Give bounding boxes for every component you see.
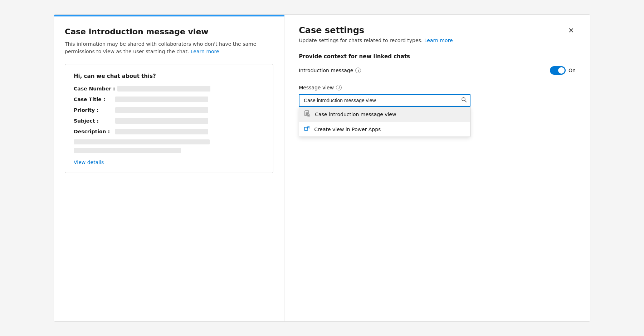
svg-text:▦: ▦ <box>308 114 309 116</box>
left-panel: Case introduction message view This info… <box>54 15 284 321</box>
message-view-label-text: Message view <box>299 85 334 90</box>
card-field-priority: Priority : <box>74 107 264 113</box>
card-field-label-case-number: Case Number : <box>74 86 115 92</box>
toggle-container: On <box>550 66 576 75</box>
message-view-search-container: ▦ Case introduction message view <box>299 94 470 107</box>
card-field-label-case-title: Case Title : <box>74 97 113 102</box>
card-field-value-priority <box>115 107 208 113</box>
dropdown-item-case-intro-label: Case introduction message view <box>315 112 396 117</box>
external-icon-svg <box>304 126 310 132</box>
page-container: Case introduction message view This info… <box>54 14 590 322</box>
card-field-label-subject: Subject : <box>74 118 113 124</box>
card-field-value-case-title <box>115 97 208 102</box>
toggle-slider <box>550 66 566 75</box>
svg-point-0 <box>462 98 465 101</box>
right-panel-title: Case settings <box>299 25 364 35</box>
card-field-subject: Subject : <box>74 118 264 124</box>
card-view-details-link[interactable]: View details <box>74 159 104 165</box>
card-field-description: Description : <box>74 129 264 134</box>
right-panel-subtitle: Update settings for chats related to rec… <box>299 38 576 43</box>
message-view-section: Message view i <box>299 85 576 107</box>
intro-message-toggle[interactable] <box>550 66 566 75</box>
right-panel: Case settings ✕ Update settings for chat… <box>284 15 590 321</box>
card-preview: Hi, can we chat about this? Case Number … <box>65 64 273 173</box>
dropdown-item-create-view[interactable]: Create view in Power Apps <box>299 122 470 137</box>
top-bar <box>54 15 284 16</box>
card-field-case-number: Case Number : <box>74 86 264 92</box>
message-view-label-container: Message view i <box>299 85 576 90</box>
card-greeting: Hi, can we chat about this? <box>74 73 264 79</box>
document-view-icon: ▦ <box>304 110 311 117</box>
right-panel-header: Case settings ✕ <box>299 25 576 35</box>
card-field-value-case-number <box>117 86 210 92</box>
left-panel-description: This information may be shared with coll… <box>65 40 273 55</box>
left-panel-title: Case introduction message view <box>65 27 273 36</box>
message-view-info-icon: i <box>336 85 342 90</box>
intro-message-label-text: Introduction message <box>299 68 353 73</box>
card-field-value-subject <box>115 118 208 124</box>
card-field-label-priority: Priority : <box>74 107 113 113</box>
view-icon: ▦ <box>304 110 311 118</box>
card-desc-line-1 <box>74 139 210 144</box>
message-view-dropdown: ▦ Case introduction message view <box>299 107 470 137</box>
card-field-label-description: Description : <box>74 129 113 134</box>
intro-message-info-icon: i <box>355 68 361 73</box>
card-field-value-description-inline <box>115 129 208 134</box>
toggle-label: On <box>569 68 576 73</box>
search-icon-button[interactable] <box>461 97 467 104</box>
right-panel-learn-more-link[interactable]: Learn more <box>424 38 453 43</box>
card-field-case-title: Case Title : <box>74 97 264 102</box>
dropdown-item-create-view-label: Create view in Power Apps <box>314 127 381 132</box>
left-panel-learn-more-link[interactable]: Learn more <box>191 49 219 54</box>
intro-message-label-container: Introduction message i <box>299 68 361 73</box>
introduction-message-row: Introduction message i On <box>299 66 576 75</box>
close-button[interactable]: ✕ <box>567 25 576 35</box>
section-title: Provide context for new linked chats <box>299 53 576 60</box>
card-desc-lines <box>74 139 264 153</box>
external-link-icon <box>304 126 310 133</box>
svg-rect-8 <box>304 127 308 130</box>
card-desc-line-2 <box>74 148 181 153</box>
svg-line-1 <box>465 101 467 102</box>
message-view-search-input[interactable] <box>299 94 470 107</box>
dropdown-item-case-intro[interactable]: ▦ Case introduction message view <box>299 107 470 122</box>
search-icon <box>461 97 467 103</box>
